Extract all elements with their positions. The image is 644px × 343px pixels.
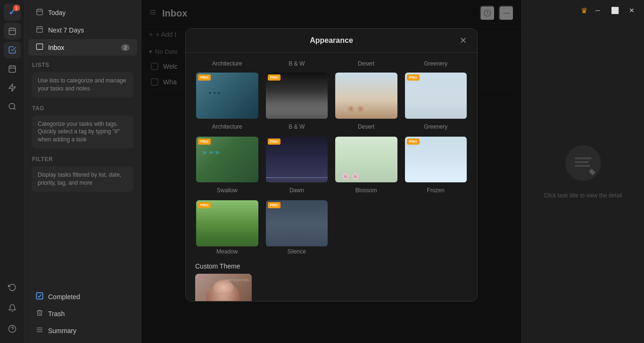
minimize-button[interactable]: ─ <box>591 4 604 17</box>
theme-silence[interactable]: PRO <box>265 199 329 247</box>
svg-marker-8 <box>9 84 16 91</box>
tag-description: Categorize your tasks with tags. Quickly… <box>32 115 133 148</box>
svg-rect-41 <box>575 157 592 159</box>
inbox-badge: 2 <box>121 44 130 51</box>
theme-swallow[interactable]: PRO 🐦 🐦 🐦 <box>195 136 259 184</box>
theme-name-frozen: Frozen <box>404 187 468 194</box>
today-icon <box>36 8 43 17</box>
sync-icon[interactable] <box>4 279 21 296</box>
theme-blossom[interactable]: 🌸 🌸 <box>334 136 398 184</box>
notification-badge: 1 <box>13 5 20 11</box>
theme-greenery[interactable]: PRO <box>404 72 468 120</box>
lists-description: Use lists to categorize and manage your … <box>32 72 133 98</box>
theme-meadow-thumb[interactable]: PRO <box>195 199 259 247</box>
sidebar-item-inbox[interactable]: Inbox 2 <box>28 39 137 56</box>
custom-theme-title: Custom Theme <box>195 262 468 270</box>
theme-silence-thumb[interactable]: PRO <box>265 199 329 247</box>
sidebar-today-label: Today <box>48 9 66 16</box>
right-panel-hint: Click task title to view the detail <box>536 192 629 199</box>
svg-rect-0 <box>9 28 16 35</box>
main-content: Inbox + + Add t ▾ No Date Welc <box>141 0 521 343</box>
sidebar-inbox-label: Inbox <box>48 44 64 51</box>
modal-title: Appearance <box>310 36 353 45</box>
col-header-greenery: Greenery <box>404 60 468 67</box>
theme-frozen-thumb[interactable]: PRO <box>404 136 468 184</box>
calendar-nav-icon[interactable] <box>4 60 21 77</box>
next7days-icon <box>36 25 43 34</box>
col-header-arch: Architecture <box>195 60 259 67</box>
notifications-icon[interactable] <box>4 300 21 317</box>
trash-icon <box>36 309 43 318</box>
theme-greenery-thumb[interactable]: PRO <box>404 72 468 120</box>
trash-label: Trash <box>48 310 65 318</box>
inbox-icon <box>36 43 43 52</box>
summary-label: Summary <box>48 327 76 335</box>
theme-name-bw: B & W <box>265 123 329 130</box>
svg-point-9 <box>9 103 15 109</box>
detail-placeholder-icon <box>564 144 602 188</box>
tasks-nav-icon[interactable] <box>4 41 21 58</box>
svg-rect-43 <box>575 165 590 167</box>
theme-swallow-thumb[interactable]: PRO 🐦 🐦 🐦 <box>195 136 259 184</box>
window-chrome: ♛ ─ ⬜ ✕ <box>575 0 644 21</box>
col-header-bw: B & W <box>265 60 329 67</box>
habits-nav-icon[interactable] <box>4 79 21 96</box>
theme-row-1: PRO ✦ ✦ ✦ PRO <box>195 72 468 120</box>
modal-body: Architecture B & W Desert Greenery PRO ✦… <box>186 53 477 302</box>
svg-rect-17 <box>37 27 42 33</box>
search-nav-icon[interactable] <box>4 98 21 115</box>
theme-name-desert: Desert <box>334 123 398 130</box>
sidebar-next7days-label: Next 7 Days <box>48 26 84 34</box>
modal-close-button[interactable]: ✕ <box>456 34 470 47</box>
appearance-modal: Appearance ✕ Architecture B & W Desert G… <box>185 28 478 302</box>
custom-theme-section: Custom Theme NATSUKI.INN <box>195 262 468 302</box>
app-logo-button[interactable]: ✓ 1 <box>4 4 21 21</box>
theme-bw-thumb[interactable]: PRO <box>265 72 329 120</box>
summary-icon <box>36 326 43 335</box>
svg-rect-4 <box>9 66 16 73</box>
svg-rect-13 <box>37 9 42 15</box>
theme-arch-thumb[interactable]: PRO ✦ ✦ ✦ <box>195 72 259 120</box>
right-panel: Click task title to view the detail <box>521 0 644 343</box>
modal-header: Appearance ✕ <box>186 29 477 53</box>
sidebar-item-trash[interactable]: Trash <box>28 305 137 322</box>
theme-blossom-thumb[interactable]: 🌸 🌸 <box>334 136 398 184</box>
icon-bar: ✓ 1 <box>0 0 25 343</box>
sidebar-item-completed[interactable]: Completed <box>28 288 137 305</box>
tag-section-title: Tag <box>25 99 141 114</box>
theme-name-swallow: Swallow <box>195 187 259 194</box>
theme-architecture[interactable]: PRO ✦ ✦ ✦ <box>195 72 259 120</box>
theme-row-2: PRO 🐦 🐦 🐦 PRO <box>195 136 468 184</box>
theme-bw[interactable]: PRO <box>265 72 329 120</box>
theme-desert[interactable]: ❀ ❀ <box>334 72 398 120</box>
theme-name-meadow: Meadow <box>195 248 259 255</box>
svg-rect-42 <box>575 161 589 163</box>
filter-description: Display tasks filtered by list, date, pr… <box>32 166 133 192</box>
theme-dawn[interactable]: PRO <box>265 136 329 184</box>
theme-dawn-thumb[interactable]: PRO <box>265 136 329 184</box>
theme-name-arch: Architecture <box>195 123 259 130</box>
filter-section-title: Filter <box>25 150 141 164</box>
theme-names-row1: Architecture B & W Desert Greenery <box>195 123 468 132</box>
custom-theme-thumbnail[interactable]: NATSUKI.INN <box>195 274 252 302</box>
sidebar-item-next7days[interactable]: Next 7 Days <box>28 22 137 38</box>
sidebar-item-today[interactable]: Today <box>28 4 137 21</box>
theme-names-row2: Swallow Dawn Blossom Frozen <box>195 187 468 196</box>
lists-section-title: Lists <box>25 56 141 70</box>
theme-desert-thumb[interactable]: ❀ ❀ <box>334 72 398 120</box>
sidebar-item-summary[interactable]: Summary <box>28 322 137 339</box>
today-nav-icon[interactable] <box>4 23 21 40</box>
close-button[interactable]: ✕ <box>625 4 638 17</box>
col-header-desert: Desert <box>334 60 398 67</box>
theme-name-greenery: Greenery <box>404 123 468 130</box>
theme-header-row: Architecture B & W Desert Greenery <box>195 60 468 69</box>
completed-icon <box>36 292 43 301</box>
theme-name-blossom: Blossom <box>334 187 398 194</box>
maximize-button[interactable]: ⬜ <box>608 4 621 17</box>
theme-meadow[interactable]: PRO <box>195 199 259 247</box>
theme-frozen[interactable]: PRO <box>404 136 468 184</box>
help-icon[interactable] <box>4 320 21 337</box>
completed-label: Completed <box>48 293 80 301</box>
svg-line-10 <box>14 108 15 109</box>
crown-icon: ♛ <box>581 6 587 15</box>
